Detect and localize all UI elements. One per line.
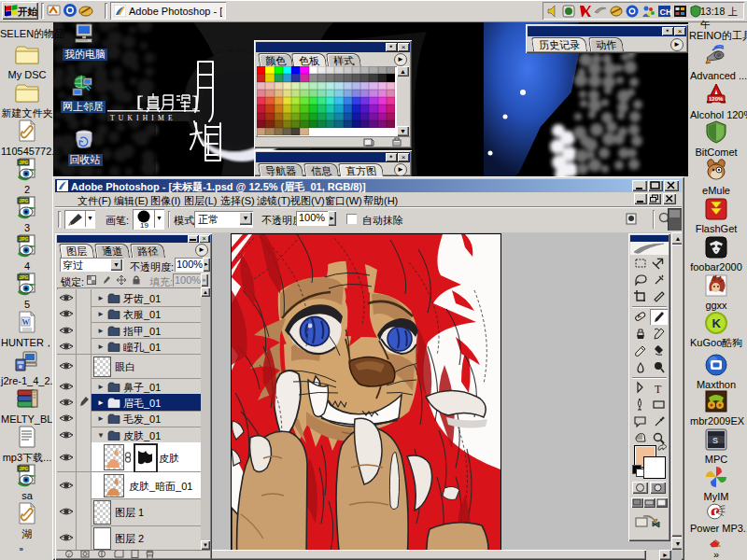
- svg-text:W: W: [22, 318, 30, 327]
- svg-text:T: T: [655, 383, 662, 395]
- svg-text:JPG: JPG: [20, 198, 29, 203]
- svg-text:19: 19: [140, 221, 148, 230]
- svg-text:JPG: JPG: [20, 236, 29, 242]
- svg-text:JPG: JPG: [20, 274, 29, 280]
- svg-text:TUKIHIME: TUKIHIME: [110, 114, 176, 122]
- svg-text:»: »: [19, 545, 23, 553]
- svg-text:K: K: [712, 316, 722, 330]
- svg-text:120%: 120%: [709, 96, 724, 102]
- svg-text:S: S: [712, 436, 718, 445]
- svg-text:CH: CH: [660, 7, 672, 17]
- svg-text:JPG: JPG: [20, 160, 29, 165]
- svg-text:JPG: JPG: [20, 466, 29, 471]
